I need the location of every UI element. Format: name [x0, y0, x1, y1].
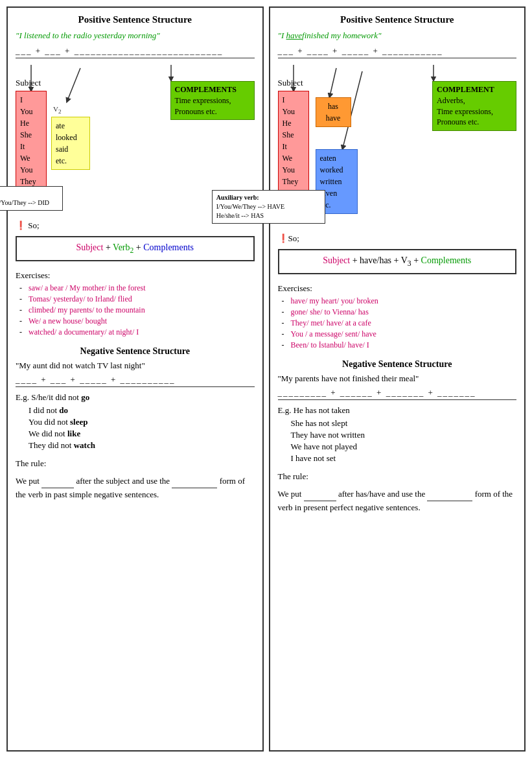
- right-aux-line2: He/she/it --> HAS: [216, 211, 321, 220]
- right-have-box: has have: [316, 97, 351, 127]
- right-so: ❗So;: [278, 233, 517, 244]
- pronoun-She: She: [20, 129, 42, 141]
- left-complement-box: COMPLEMENTS Time expressions,Pronouns et…: [170, 81, 255, 120]
- aux-verb-section: } Auxiliary verb: I/You/She/He/It/We/You…: [51, 186, 63, 211]
- right-example: "I havefinished my homework": [278, 30, 517, 41]
- v2-said: said: [56, 143, 86, 155]
- left-exercise-list: saw/ a bear / My mother/ in the forest T…: [16, 283, 255, 337]
- exercise-item: watched/ a documentary/ at night/ I: [19, 327, 255, 337]
- formula-verb2: Verb2: [113, 243, 133, 252]
- right-aux-verb-section: } Auxiliary verb: I/You/We/They --> HAVE…: [314, 199, 325, 224]
- formula-plus2: +: [136, 243, 143, 252]
- exercise-item: They/ met/ have/ at a cafe: [282, 318, 517, 328]
- pronoun-It: It: [20, 141, 42, 152]
- left-neg-examples: I did not do You did not sleep We did no…: [16, 405, 255, 451]
- left-rule-section: The rule: We put after the subject and u…: [16, 457, 255, 502]
- left-blank1[interactable]: [41, 475, 74, 489]
- left-subject-box: I You He She It We You They: [16, 91, 47, 191]
- right-so-label: ❗So;: [278, 233, 299, 243]
- right-neg-eg: E.g. He has not taken: [278, 405, 517, 416]
- complement-detail: Time expressions,Pronouns etc.: [175, 95, 250, 117]
- right-neg-examples: She has not slept They have not written …: [278, 418, 517, 464]
- right-formula-subject: Subject: [323, 255, 350, 265]
- exercise-text: Been/ to İstanbul/ have/ I: [291, 340, 369, 349]
- right-rule-label: The rule:: [278, 470, 517, 484]
- formula-complements: Complements: [143, 243, 194, 252]
- left-example-text: "I listened to the radio yesterday morni…: [16, 30, 160, 40]
- exercise-item: Been/ to İstanbul/ have/ I: [282, 340, 517, 350]
- right-negative-title: Negative Sentence Structure: [278, 359, 517, 370]
- left-exercises-title: Exercises:: [16, 270, 255, 281]
- right-title: Positive Sentence Structure: [278, 14, 517, 25]
- neg-example-item: They have not written: [291, 430, 517, 440]
- right-example-prefix: "I havefinished my homework": [278, 30, 382, 40]
- aux-verb-label-left: Auxiliary verb:: [0, 189, 58, 198]
- left-rule-label: The rule:: [16, 457, 255, 471]
- left-verb2-box: ate looked said etc.: [51, 117, 90, 170]
- left-blank2[interactable]: [172, 475, 217, 489]
- exercise-text: We/ a new house/ bought: [29, 316, 107, 326]
- neg-example-item: They did not watch: [29, 440, 255, 451]
- exercise-item: have/ my heart/ you/ broken: [282, 296, 517, 306]
- left-neg-example: "My aunt did not watch TV last night": [16, 361, 255, 371]
- svg-line-1: [67, 68, 80, 101]
- exercise-text: You / a message/ sent/ have: [291, 329, 376, 338]
- right-exercise-list: have/ my heart/ you/ broken gone/ she/ t…: [278, 296, 517, 350]
- left-formula-line: ___ + ___ + ___________________________: [16, 46, 255, 58]
- pronoun-I: I: [20, 94, 42, 106]
- neg-example-item: I have not set: [291, 453, 517, 464]
- right-complement-detail: Adverbs,Time expressions,Pronouns etc.: [437, 95, 512, 128]
- v2-ate: ate: [56, 120, 86, 132]
- right-panel: Positive Sentence Structure "I havefinis…: [269, 6, 526, 752]
- left-subject-label: Subject: [16, 78, 41, 88]
- pronoun-We: We: [20, 152, 42, 164]
- v2-looked: looked: [56, 132, 86, 143]
- exercise-text: They/ met/ have/ at a cafe: [291, 318, 371, 327]
- exercise-text: have/ my heart/ you/ broken: [291, 296, 378, 305]
- exercise-item: Tomas/ yesterday/ to Irland/ flied: [19, 294, 255, 304]
- right-complement-box: COMPLEMENT Adverbs,Time expressions,Pron…: [432, 81, 516, 131]
- right-aux-verb-label: Auxiliary verb:: [216, 193, 321, 202]
- left-formula-box: Subject + Verb2 + Complements: [16, 236, 255, 261]
- right-formula-box: Subject + have/has + V3 + Complements: [278, 249, 517, 274]
- aux-verb-detail-left: I/You/She/He/It/We/You/They --> DID: [0, 198, 58, 207]
- formula-plus1: +: [106, 243, 113, 252]
- left-so-label: ❗ So;: [16, 220, 40, 230]
- neg-example-item: You did not sleep: [29, 417, 255, 427]
- exercise-item: saw/ a bear / My mother/ in the forest: [19, 283, 255, 293]
- complement-title: COMPLEMENTS: [175, 84, 250, 95]
- neg-example-item: She has not slept: [291, 418, 517, 429]
- exercise-text: watched/ a documentary/ at night/ I: [29, 327, 139, 337]
- exercise-text: climbed/ my parents/ to the mountain: [29, 305, 145, 314]
- right-subject-box: I You He She It We You They: [278, 91, 309, 191]
- v2-etc: etc.: [56, 155, 86, 167]
- neg-example-item: I did not do: [29, 405, 255, 416]
- right-exercises-title: Exercises:: [278, 283, 517, 294]
- left-neg-eg: E.g. S/he/it did not go: [16, 392, 255, 403]
- exercise-item: You / a message/ sent/ have: [282, 329, 517, 339]
- svg-line-4: [330, 68, 336, 96]
- right-formula-line: ___ + ____ + _____ + ___________: [278, 46, 517, 58]
- right-blank2[interactable]: [427, 488, 472, 502]
- right-blank1[interactable]: [304, 488, 336, 502]
- pronoun-You: You: [20, 106, 42, 117]
- formula-subject: Subject: [76, 243, 103, 252]
- right-neg-formula: _________ + ______ + _______ + _______: [278, 388, 517, 400]
- right-subject-label: Subject: [278, 78, 303, 88]
- right-aux-verb-box: Auxiliary verb: I/You/We/They --> HAVE H…: [212, 190, 325, 224]
- aux-verb-box-left: Auxiliary verb: I/You/She/He/It/We/You/T…: [0, 186, 63, 211]
- neg-example-item: We did not like: [29, 429, 255, 439]
- exercise-text: Tomas/ yesterday/ to Irland/ flied: [29, 294, 132, 303]
- right-complement-title: COMPLEMENT: [437, 84, 512, 95]
- pronoun-You2: You: [20, 164, 42, 176]
- right-diagram: Subject I You He She It We You They has …: [278, 65, 517, 227]
- page: Positive Sentence Structure "I listened …: [6, 6, 526, 752]
- right-rule-section: The rule: We put after has/have and use …: [278, 470, 517, 515]
- right-neg-example: "My parents have not finished their meal…: [278, 373, 517, 384]
- left-neg-formula: ____ + ___ + _____ + __________: [16, 375, 255, 387]
- v2-label: V2: [53, 105, 62, 115]
- exercise-text: gone/ she/ to Vienna/ has: [291, 307, 369, 316]
- neg-example-item: We have not played: [291, 442, 517, 452]
- pronoun-He: He: [20, 117, 42, 129]
- right-formula-complements: Complements: [421, 255, 472, 265]
